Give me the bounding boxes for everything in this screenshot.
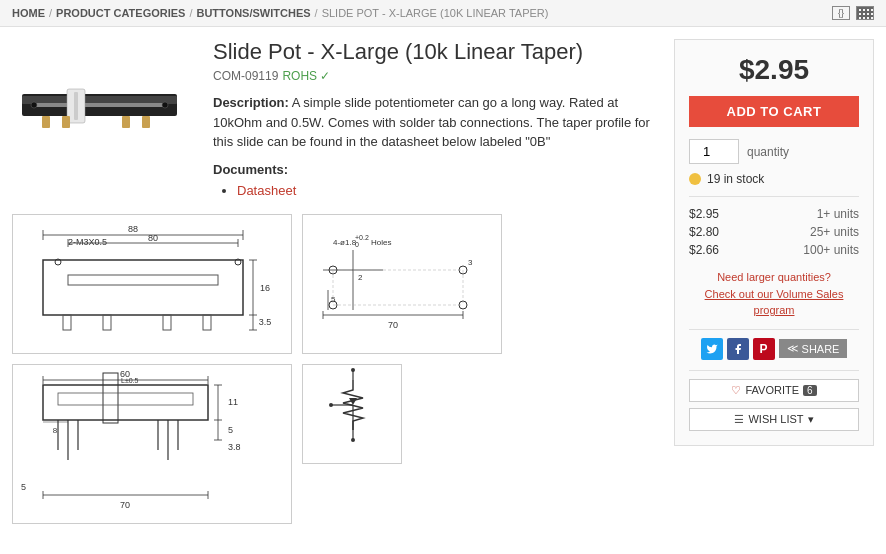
documents-list: Datasheet [213,183,658,198]
svg-text:3.5: 3.5 [259,317,272,327]
add-to-cart-button[interactable]: ADD TO CART [689,96,859,127]
svg-point-9 [31,102,37,108]
svg-rect-33 [163,315,171,330]
svg-text:70: 70 [388,320,398,330]
breadcrumb-sep2: / [189,7,192,19]
volume-line1: Need larger quantities? [717,271,831,283]
tier-2-price: $2.80 [689,225,719,239]
product-area: Slide Pot - X-Large (10k Linear Taper) C… [12,39,658,524]
grid-view-icon[interactable] [856,6,874,20]
stock-text: 19 in stock [707,172,764,186]
volume-note: Need larger quantities? Check out our Vo… [689,269,859,319]
breadcrumb-current: SLIDE POT - X-LARGE (10K LINEAR TAPER) [322,7,549,19]
list-icon: ☰ [734,413,744,426]
svg-rect-61 [43,385,208,420]
svg-rect-2 [32,103,167,107]
diagram-side-view: 60 8 L±0.5 [12,364,292,524]
svg-rect-12 [68,275,218,285]
price-display: $2.95 [689,54,859,86]
wishlist-button[interactable]: ☰ WISH LIST ▾ [689,408,859,431]
tier-1-price: $2.95 [689,207,719,221]
breadcrumb-sep3: / [315,7,318,19]
svg-text:Holes: Holes [371,238,391,247]
twitter-button[interactable] [701,338,723,360]
tier-1-qty: 1+ units [817,207,859,221]
favorite-button[interactable]: ♡ FAVORITE 6 [689,379,859,402]
svg-text:5: 5 [331,295,336,304]
svg-text:11: 11 [228,397,238,407]
diagram-schematic [302,364,402,464]
product-title: Slide Pot - X-Large (10k Linear Taper) [213,39,658,65]
code-view-icon[interactable]: {} [832,6,850,20]
product-image-wrap [12,39,197,169]
rohs-badge: ROHS ✓ [282,69,330,83]
diagram-top-view: 2-M3X0.5 88 80 16 [12,214,292,354]
product-description: Description: A simple slide potentiomete… [213,93,658,152]
svg-text:4-ø1.8: 4-ø1.8 [333,238,357,247]
sidebar: $2.95 ADD TO CART quantity 19 in stock $… [674,39,874,446]
price-tiers: $2.95 1+ units $2.80 25+ units $2.66 100… [689,196,859,259]
share-button[interactable]: ≪ SHARE [779,339,848,358]
breadcrumb-sep1: / [49,7,52,19]
diagrams-area: 2-M3X0.5 88 80 16 [12,214,658,524]
heart-icon: ♡ [731,384,741,397]
breadcrumb-categories[interactable]: PRODUCT CATEGORIES [56,7,185,19]
svg-text:8: 8 [53,426,58,435]
breadcrumb-buttons[interactable]: BUTTONS/SWITCHES [196,7,310,19]
divider-2 [689,370,859,371]
svg-point-92 [351,368,355,372]
svg-rect-6 [62,116,70,128]
svg-point-94 [329,403,333,407]
favorite-label: FAVORITE [745,384,799,396]
svg-text:5: 5 [21,482,26,492]
volume-sales-link[interactable]: Check out our Volume Sales program [705,288,844,317]
diagram-holes: 4-ø1.8 +0.2 0 Holes 2 5 70 3 [302,214,502,354]
svg-rect-63 [58,393,193,405]
svg-point-10 [162,102,168,108]
svg-text:3.8: 3.8 [228,442,241,452]
svg-text:80: 80 [148,233,158,243]
product-info: Slide Pot - X-Large (10k Linear Taper) C… [213,39,658,198]
quantity-input[interactable] [689,139,739,164]
svg-rect-32 [103,315,111,330]
favorite-count: 6 [803,385,817,396]
breadcrumb-home[interactable]: HOME [12,7,45,19]
tier-3-price: $2.66 [689,243,719,257]
breadcrumb: HOME / PRODUCT CATEGORIES / BUTTONS/SWIT… [0,0,886,27]
pinterest-button[interactable]: P [753,338,775,360]
social-row: P ≪ SHARE [689,338,859,360]
product-sku: COM-09119 ROHS ✓ [213,69,658,83]
tier-2-qty: 25+ units [810,225,859,239]
price-tier-row-2: $2.80 25+ units [689,223,859,241]
main-container: Slide Pot - X-Large (10k Linear Taper) C… [0,27,886,536]
price-tier-row-1: $2.95 1+ units [689,205,859,223]
svg-text:5: 5 [228,425,233,435]
svg-rect-4 [74,92,78,120]
facebook-button[interactable] [727,338,749,360]
svg-text:16: 16 [260,283,270,293]
svg-rect-62 [103,373,118,423]
breadcrumb-icons: {} [832,6,874,20]
divider-1 [689,329,859,330]
svg-text:3: 3 [468,258,473,267]
svg-rect-1 [22,96,177,104]
svg-rect-5 [42,116,50,128]
stock-icon [689,173,701,185]
svg-text:88: 88 [128,224,138,234]
datasheet-link[interactable]: Datasheet [237,183,296,198]
svg-rect-31 [63,315,71,330]
svg-text:+0.2: +0.2 [355,234,369,241]
svg-rect-11 [43,260,243,315]
documents-label: Documents: [213,162,658,177]
svg-point-93 [351,438,355,442]
product-header: Slide Pot - X-Large (10k Linear Taper) C… [12,39,658,198]
datasheet-item: Datasheet [237,183,658,198]
svg-text:70: 70 [120,500,130,510]
quantity-row: quantity [689,139,859,164]
description-label: Description: [213,95,289,110]
svg-rect-34 [203,315,211,330]
documents-section: Documents: Datasheet [213,162,658,198]
svg-rect-7 [122,116,130,128]
svg-rect-8 [142,116,150,128]
svg-text:2: 2 [358,273,363,282]
